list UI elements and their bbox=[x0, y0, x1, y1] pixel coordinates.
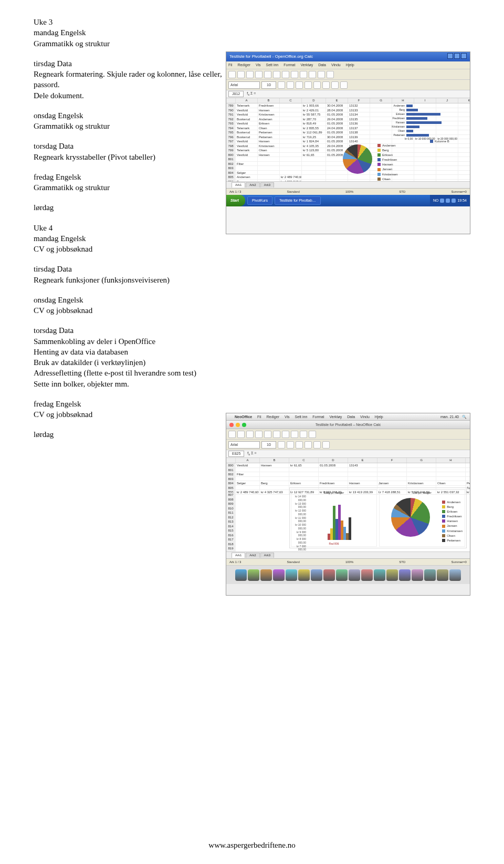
menu-item[interactable]: Hjelp bbox=[346, 63, 354, 67]
menu-item[interactable]: Vis bbox=[285, 414, 290, 419]
tray-icon[interactable] bbox=[452, 199, 456, 203]
dock-app-icon[interactable] bbox=[336, 569, 348, 581]
dock-app-icon[interactable] bbox=[361, 569, 373, 581]
column-headers[interactable]: ABCDEFGHIJK bbox=[226, 98, 470, 103]
menu-item[interactable]: Data bbox=[347, 414, 355, 419]
sheet-tab[interactable]: Ark3 bbox=[260, 553, 274, 557]
standard-toolbar[interactable] bbox=[226, 429, 470, 440]
formatting-toolbar[interactable]: Arial 10 bbox=[226, 80, 470, 90]
menu-item[interactable]: Vis bbox=[256, 63, 261, 67]
menu-item[interactable]: Hjelp bbox=[375, 414, 383, 419]
table-row[interactable]: 804SelgerBergEriksenFredriksenHansenJans… bbox=[226, 481, 470, 486]
copy-icon[interactable] bbox=[273, 71, 280, 78]
tray-icon[interactable] bbox=[440, 199, 444, 203]
italic-icon[interactable] bbox=[287, 81, 294, 89]
undo-icon[interactable] bbox=[291, 71, 298, 78]
menu-item[interactable]: Fil bbox=[228, 63, 232, 67]
close-icon[interactable] bbox=[229, 423, 234, 427]
dock-app-icon[interactable] bbox=[412, 569, 423, 581]
dock-app-icon[interactable] bbox=[374, 569, 385, 581]
bold-icon[interactable] bbox=[278, 441, 285, 449]
copy-icon[interactable] bbox=[273, 431, 280, 438]
font-name-select[interactable]: Arial bbox=[228, 81, 260, 89]
language-indicator[interactable]: NO bbox=[433, 198, 439, 203]
menu-item[interactable]: Verktøy bbox=[330, 414, 342, 419]
formula-bar[interactable]: E825 fx Σ = bbox=[226, 450, 470, 458]
taskbar-item[interactable]: Testliste for Pivottab… bbox=[275, 196, 321, 204]
underline-icon[interactable] bbox=[296, 441, 303, 449]
menu-item[interactable]: Data bbox=[318, 63, 326, 67]
open-icon[interactable] bbox=[237, 71, 245, 78]
system-tray[interactable]: NO 19:54 bbox=[430, 195, 470, 206]
redo-icon[interactable] bbox=[300, 71, 307, 78]
new-icon[interactable] bbox=[228, 71, 236, 78]
sheet-tab[interactable]: Ark2 bbox=[246, 553, 259, 557]
formatting-toolbar[interactable]: Arial 10 bbox=[226, 440, 470, 450]
italic-icon[interactable] bbox=[287, 441, 294, 449]
dock-app-icon[interactable] bbox=[298, 569, 310, 581]
table-row[interactable]: 803 bbox=[226, 477, 470, 482]
sheet-tab[interactable]: Ark3 bbox=[260, 182, 274, 187]
mac-dock[interactable] bbox=[226, 565, 470, 584]
percent-icon[interactable] bbox=[340, 81, 348, 89]
table-row[interactable]: 801 bbox=[226, 468, 470, 473]
font-size-select[interactable]: 10 bbox=[261, 441, 276, 449]
print-icon[interactable] bbox=[255, 431, 262, 438]
minimize-icon[interactable] bbox=[447, 53, 453, 59]
cell-reference[interactable]: J812 bbox=[228, 91, 244, 97]
help-icon[interactable] bbox=[327, 71, 334, 78]
chart-icon[interactable] bbox=[309, 431, 316, 438]
spreadsheet-grid[interactable]: ABCDEFGHI 800VestfoldHansenkr 61,6501.05… bbox=[226, 458, 470, 551]
column-headers[interactable]: ABCDEFGHI bbox=[226, 458, 470, 463]
cut-icon[interactable] bbox=[264, 431, 271, 438]
close-icon[interactable] bbox=[461, 53, 467, 59]
minimize-icon[interactable] bbox=[236, 423, 240, 427]
print-icon[interactable] bbox=[255, 71, 262, 78]
chart-icon[interactable] bbox=[318, 71, 325, 78]
menu-item[interactable]: Format bbox=[284, 63, 295, 67]
fx-icon[interactable]: fx Σ = bbox=[247, 91, 256, 97]
menu-item[interactable]: Vindu bbox=[331, 63, 341, 67]
dock-app-icon[interactable] bbox=[399, 569, 411, 581]
align-center-icon[interactable] bbox=[313, 441, 321, 449]
new-icon[interactable] bbox=[228, 431, 236, 438]
align-center-icon[interactable] bbox=[313, 81, 321, 89]
align-left-icon[interactable] bbox=[304, 81, 312, 89]
dock-app-icon[interactable] bbox=[323, 569, 335, 581]
bold-icon[interactable] bbox=[278, 81, 285, 89]
dock-app-icon[interactable] bbox=[235, 569, 247, 581]
sheet-tab[interactable]: Ark2 bbox=[246, 182, 259, 187]
standard-toolbar[interactable] bbox=[226, 69, 470, 80]
formula-bar[interactable]: J812 fx Σ = bbox=[226, 90, 470, 98]
table-row[interactable]: 805Andersenkr 2 489 740,60 bbox=[226, 175, 470, 180]
open-icon[interactable] bbox=[237, 431, 245, 438]
spotlight-icon[interactable]: 🔍 bbox=[462, 414, 467, 419]
sheet-tabs[interactable]: Ark1Ark2Ark3 bbox=[226, 181, 470, 188]
redo-icon[interactable] bbox=[300, 431, 307, 438]
app-name[interactable]: NeoOffice bbox=[235, 414, 252, 419]
menu-item[interactable]: Sett inn bbox=[266, 63, 279, 67]
sort-icon[interactable] bbox=[309, 71, 316, 78]
save-icon[interactable] bbox=[246, 71, 254, 78]
menu-item[interactable]: Sett inn bbox=[295, 414, 308, 419]
start-button[interactable]: Start bbox=[226, 195, 245, 206]
sheet-tab[interactable]: Ark1 bbox=[232, 182, 245, 187]
dock-app-icon[interactable] bbox=[311, 569, 322, 581]
font-name-select[interactable]: Arial bbox=[228, 441, 260, 449]
currency-icon[interactable] bbox=[331, 81, 339, 89]
underline-icon[interactable] bbox=[296, 81, 303, 89]
table-row[interactable]: 804Selger bbox=[226, 171, 470, 175]
table-row[interactable]: 802Filter bbox=[226, 472, 470, 477]
dock-app-icon[interactable] bbox=[449, 569, 461, 581]
menu-item[interactable]: Fil bbox=[257, 414, 261, 419]
tray-icon[interactable] bbox=[446, 199, 450, 203]
dock-app-icon[interactable] bbox=[273, 569, 285, 581]
undo-icon[interactable] bbox=[291, 431, 298, 438]
taskbar-item[interactable]: PivotKurs bbox=[247, 196, 272, 204]
align-left-icon[interactable] bbox=[304, 441, 312, 449]
paste-icon[interactable] bbox=[282, 71, 289, 78]
fx-icon[interactable]: fx Σ = bbox=[247, 451, 256, 457]
dock-app-icon[interactable] bbox=[248, 569, 259, 581]
align-right-icon[interactable] bbox=[322, 81, 330, 89]
menu-item[interactable]: Rediger bbox=[266, 414, 279, 419]
